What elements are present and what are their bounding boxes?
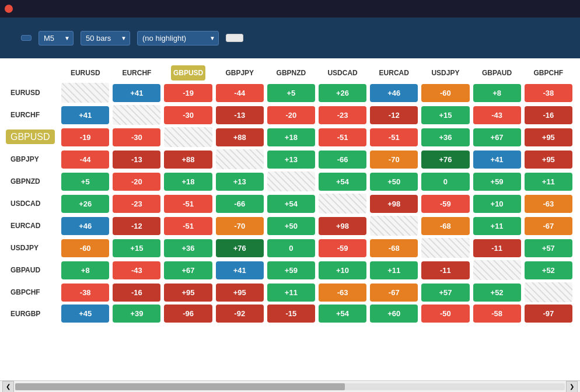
timeframe-select-wrapper[interactable]: M5 M1 M15 H1 <box>39 31 74 46</box>
cell-usdjpy-gbpnzd: 0 <box>265 237 317 259</box>
more-button[interactable] <box>21 35 32 41</box>
cell-eurcad-gbpnzd: +50 <box>265 215 317 237</box>
cell-usdcad-gbpaud: +10 <box>471 192 523 215</box>
table-row: GBPCHF-38-16+95+95+11-63-67+57+52 <box>6 281 574 303</box>
cell-usdjpy-gbpusd: +36 <box>162 237 214 259</box>
cell-gbpusd-eurcad: -51 <box>368 126 420 148</box>
cell-gbpaud-usdjpy: -11 <box>420 259 471 281</box>
highlight-select[interactable]: (no highlight) <box>137 31 219 46</box>
row-header-gbpchf: GBPCHF <box>6 281 60 303</box>
minimize-button[interactable] <box>492 0 519 18</box>
scroll-left-button[interactable]: ❮ <box>2 381 14 393</box>
col-header-gbpaud: GBPAUD <box>471 64 523 82</box>
cell-gbpchf-gbpnzd: +11 <box>265 281 317 303</box>
cell-eurgbp-gbpaud: -58 <box>471 303 523 324</box>
cell-gbpnzd-gbpnzd <box>265 170 317 192</box>
cell-usdjpy-gbpaud: -11 <box>471 237 523 259</box>
cell-gbpjpy-eurchf: -13 <box>111 148 162 170</box>
cell-gbpjpy-gbpchf: +95 <box>523 148 574 170</box>
cell-gbpaud-gbpusd: +67 <box>162 259 214 281</box>
col-header-gbpchf: GBPCHF <box>523 64 574 82</box>
table-row: GBPJPY-44-13+88+13-66-70+76+41+95 <box>6 148 574 170</box>
cell-eurgbp-gbpjpy: -92 <box>214 303 265 324</box>
cell-eurcad-gbpaud: +11 <box>471 215 523 237</box>
cell-gbpaud-eurchf: -43 <box>111 259 162 281</box>
table-row: EURUSD+41-19-44+5+26+46-60+8-38 <box>6 82 574 104</box>
cell-eurgbp-gbpchf: -97 <box>523 303 574 324</box>
cell-eurcad-eurusd: +46 <box>60 215 111 237</box>
correlation-table: EURUSDEURCHFGBPUSDGBPJPYGBPNZDUSDCADEURC… <box>6 64 574 324</box>
cell-usdcad-gbpusd: -51 <box>162 192 214 215</box>
scrollbar-track[interactable] <box>15 383 565 390</box>
cell-gbpchf-eurcad: -67 <box>368 281 420 303</box>
cell-gbpusd-gbpnzd: +18 <box>265 126 317 148</box>
cell-usdcad-usdcad <box>317 192 368 215</box>
close-button[interactable] <box>548 0 575 18</box>
cell-eurchf-gbpaud: -43 <box>471 104 523 126</box>
cell-eurchf-usdjpy: +15 <box>420 104 471 126</box>
cell-eurchf-eurcad: -12 <box>368 104 420 126</box>
cell-eurchf-usdcad: -23 <box>317 104 368 126</box>
cell-gbpnzd-eurchf: -20 <box>111 170 162 192</box>
cell-gbpnzd-usdjpy: 0 <box>420 170 471 192</box>
cell-eurusd-gbpnzd: +5 <box>265 82 317 104</box>
table-row: EURCAD+46-12-51-70+50+98-68+11-67 <box>6 215 574 237</box>
cell-gbpnzd-gbpchf: +11 <box>523 170 574 192</box>
cell-gbpnzd-gbpusd: +18 <box>162 170 214 192</box>
cell-usdjpy-gbpchf: +57 <box>523 237 574 259</box>
cell-usdcad-gbpnzd: +54 <box>265 192 317 215</box>
app-icon <box>5 5 13 13</box>
cell-eurchf-gbpnzd: -20 <box>265 104 317 126</box>
table-row: USDJPY-60+15+36+760-59-68-11+57 <box>6 237 574 259</box>
col-header-eurcad: EURCAD <box>368 64 420 82</box>
row-header-usdjpy: USDJPY <box>6 237 60 259</box>
table-row: EURGBP+45+39-96-92-15+54+60-50-58-97 <box>6 303 574 324</box>
col-header-gbpusd: GBPUSD <box>162 64 214 82</box>
col-header-usdcad: USDCAD <box>317 64 368 82</box>
row-header-gbpnzd: GBPNZD <box>6 170 60 192</box>
scrollbar: ❮ ❯ <box>0 380 580 392</box>
cell-eurgbp-eurchf: +39 <box>111 303 162 324</box>
timeframe-select[interactable]: M5 M1 M15 H1 <box>39 31 74 46</box>
row-header-gbpaud: GBPAUD <box>6 259 60 281</box>
cell-gbpaud-gbpchf: +52 <box>523 259 574 281</box>
cell-gbpusd-usdcad: -51 <box>317 126 368 148</box>
cell-gbpaud-eurusd: +8 <box>60 259 111 281</box>
scroll-right-button[interactable]: ❯ <box>566 381 578 393</box>
cell-eurcad-gbpjpy: -70 <box>214 215 265 237</box>
cell-gbpusd-gbpchf: +95 <box>523 126 574 148</box>
bars-select-wrapper[interactable]: 50 bars 100 bars 200 bars <box>81 31 130 46</box>
main-content: EURUSDEURCHFGBPUSDGBPJPYGBPNZDUSDCADEURC… <box>0 58 580 392</box>
header: M5 M1 M15 H1 50 bars 100 bars 200 bars (… <box>0 18 580 58</box>
maximize-button[interactable] <box>520 0 547 18</box>
cell-gbpjpy-gbpusd: +88 <box>162 148 214 170</box>
highlight-select-wrapper[interactable]: (no highlight) <box>137 31 219 46</box>
cell-gbpusd-gbpusd <box>162 126 214 148</box>
col-header-gbpnzd: GBPNZD <box>265 64 317 82</box>
cell-eurusd-gbpaud: +8 <box>471 82 523 104</box>
cell-gbpaud-gbpnzd: +59 <box>265 259 317 281</box>
cell-gbpchf-eurchf: -16 <box>111 281 162 303</box>
cell-gbpaud-eurcad: +11 <box>368 259 420 281</box>
col-header-eurusd: EURUSD <box>60 64 111 82</box>
table-row: GBPUSD-19-30+88+18-51-51+36+67+95 <box>6 126 574 148</box>
table-row: GBPAUD+8-43+67+41+59+10+11-11+52 <box>6 259 574 281</box>
cell-usdcad-gbpjpy: -66 <box>214 192 265 215</box>
cell-eurusd-gbpusd: -19 <box>162 82 214 104</box>
table-row: GBPNZD+5-20+18+13+54+500+59+11 <box>6 170 574 192</box>
cell-gbpusd-eurchf: -30 <box>111 126 162 148</box>
row-header-gbpusd: GBPUSD <box>6 126 60 148</box>
cell-usdjpy-eurusd: -60 <box>60 237 111 259</box>
cell-usdjpy-eurcad: -68 <box>368 237 420 259</box>
bars-select[interactable]: 50 bars 100 bars 200 bars <box>81 31 130 46</box>
cell-eurcad-gbpchf: -67 <box>523 215 574 237</box>
cell-usdcad-eurchf: -23 <box>111 192 162 215</box>
cell-gbpchf-gbpusd: +95 <box>162 281 214 303</box>
cell-eurchf-gbpchf: -16 <box>523 104 574 126</box>
cell-eurcad-usdcad: +98 <box>317 215 368 237</box>
scrollbar-thumb <box>15 383 345 390</box>
trade-list-button[interactable] <box>226 34 243 42</box>
cell-eurusd-gbpchf: -38 <box>523 82 574 104</box>
cell-usdjpy-usdcad: -59 <box>317 237 368 259</box>
cell-eurcad-eurchf: -12 <box>111 215 162 237</box>
